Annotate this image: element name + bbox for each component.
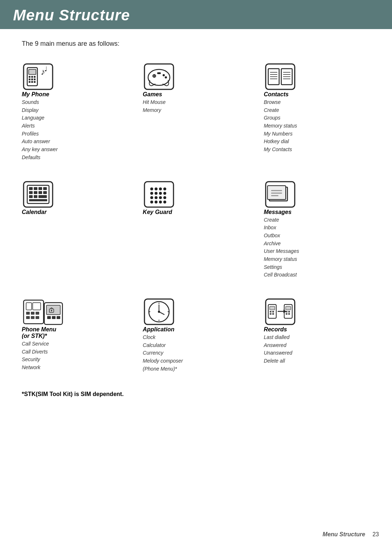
svg-rect-76 — [36, 312, 39, 315]
svg-rect-100 — [272, 311, 274, 312]
calendar-title: Calendar — [22, 209, 46, 215]
svg-rect-99 — [270, 311, 271, 312]
svg-rect-8 — [34, 78, 36, 80]
svg-rect-10 — [31, 81, 33, 83]
calendar-icon — [22, 180, 54, 209]
svg-line-91 — [159, 312, 164, 315]
svg-rect-7 — [31, 78, 33, 80]
menu-item-games: Games Hit MouseMemory — [143, 62, 249, 162]
svg-rect-106 — [288, 311, 290, 312]
svg-rect-104 — [286, 306, 291, 310]
svg-rect-68 — [271, 190, 282, 191]
footer-label: Menu Structure — [323, 531, 365, 538]
svg-point-58 — [155, 196, 158, 199]
footer-page: 23 — [372, 531, 379, 538]
menu-item-records: Records Last dialledAnsweredUnansweredDe… — [264, 297, 370, 373]
records-title: Records — [264, 326, 287, 333]
phone-menu-subitems: Call ServiceCall DivertsSecurityNetwork — [22, 340, 49, 372]
svg-point-49 — [150, 187, 153, 190]
svg-rect-44 — [29, 195, 33, 198]
svg-rect-45 — [34, 195, 37, 198]
page-content: The 9 main menus are as follows: ♪ ♩ — [0, 29, 392, 441]
svg-rect-47 — [29, 199, 47, 201]
games-icon — [143, 62, 175, 91]
application-icon — [143, 297, 175, 326]
messages-subitems: CreateInboxOutboxArchiveUser MessagesMem… — [264, 216, 299, 279]
menus-grid: ♪ ♩ My Phone SoundsDisplayLanguageAlerts… — [22, 62, 370, 373]
contacts-title: Contacts — [264, 91, 289, 98]
svg-rect-2 — [29, 69, 36, 74]
svg-point-63 — [159, 201, 162, 203]
games-title: Games — [143, 91, 162, 98]
svg-rect-81 — [46, 305, 60, 315]
svg-rect-39 — [43, 187, 47, 190]
svg-rect-101 — [270, 313, 271, 315]
svg-point-56 — [163, 192, 166, 195]
svg-rect-72 — [26, 303, 32, 310]
svg-rect-107 — [286, 313, 287, 315]
svg-rect-4 — [31, 76, 33, 78]
svg-point-50 — [155, 187, 158, 190]
svg-rect-37 — [34, 187, 37, 190]
svg-point-62 — [155, 201, 158, 203]
footnote-text: *STK(SIM Tool Kit) is SIM dependent. — [22, 391, 370, 397]
application-subitems: ClockCalculatorCurrencyMelody composer(P… — [143, 334, 183, 373]
menu-item-phone-menu: Phone Menu(or STK)* Call ServiceCall Div… — [22, 297, 128, 373]
svg-rect-79 — [36, 316, 39, 319]
my-phone-icon: ♪ ♩ — [22, 62, 54, 91]
menu-item-application: Application ClockCalculatorCurrencyMelod… — [143, 297, 249, 373]
phone-menu-title: Phone Menu(or STK)* — [22, 326, 56, 339]
svg-text:♩: ♩ — [44, 65, 47, 73]
svg-rect-108 — [288, 313, 290, 315]
svg-rect-43 — [43, 191, 47, 194]
svg-rect-78 — [31, 316, 34, 319]
svg-rect-38 — [38, 187, 42, 190]
menu-item-calendar: Calendar — [22, 180, 128, 279]
svg-point-60 — [163, 196, 166, 199]
contacts-icon — [264, 62, 297, 91]
svg-rect-6 — [29, 78, 30, 80]
page-header: Menu Structure — [0, 0, 392, 29]
menu-item-my-phone: ♪ ♩ My Phone SoundsDisplayLanguageAlerts… — [22, 62, 128, 162]
messages-title: Messages — [264, 209, 292, 215]
svg-point-64 — [163, 201, 166, 203]
page-footer: Menu Structure 23 — [323, 531, 379, 538]
svg-point-51 — [159, 187, 162, 190]
keyguard-icon — [143, 180, 175, 209]
menu-item-keyguard: Key Guard — [143, 180, 249, 279]
records-subitems: Last dialledAnsweredUnansweredDelete all — [264, 334, 293, 365]
svg-rect-102 — [272, 313, 274, 315]
menu-item-contacts: Contacts BrowseCreateGroupsMemory status… — [264, 62, 370, 162]
svg-rect-40 — [29, 191, 33, 194]
svg-rect-11 — [34, 81, 36, 83]
svg-point-19 — [163, 74, 165, 76]
phone-menu-icon — [22, 297, 65, 326]
records-icon — [264, 297, 297, 326]
svg-rect-70 — [271, 195, 278, 196]
contacts-subitems: BrowseCreateGroupsMemory statusMy Number… — [264, 98, 297, 154]
svg-point-59 — [159, 196, 162, 199]
svg-point-86 — [51, 310, 52, 311]
messages-icon — [264, 180, 297, 209]
svg-rect-73 — [33, 303, 41, 310]
svg-rect-9 — [29, 81, 30, 83]
svg-rect-21 — [157, 72, 161, 74]
svg-point-54 — [155, 192, 158, 195]
svg-rect-41 — [34, 191, 37, 194]
svg-point-55 — [159, 192, 162, 195]
svg-point-20 — [165, 76, 167, 78]
svg-point-52 — [163, 187, 166, 190]
my-phone-subitems: SoundsDisplayLanguageAlertsProfilesAuto … — [22, 98, 58, 162]
svg-point-61 — [150, 201, 153, 203]
svg-marker-110 — [283, 310, 286, 313]
svg-rect-75 — [31, 312, 34, 315]
svg-rect-83 — [52, 316, 56, 319]
menu-item-messages: Messages CreateInboxOutboxArchiveUser Me… — [264, 180, 370, 279]
svg-rect-46 — [38, 195, 47, 198]
page-title: Menu Structure — [13, 7, 379, 24]
svg-rect-36 — [29, 187, 33, 190]
application-title: Application — [143, 326, 174, 333]
svg-rect-77 — [26, 316, 30, 319]
games-subitems: Hit MouseMemory — [143, 98, 166, 114]
svg-rect-3 — [29, 76, 30, 78]
